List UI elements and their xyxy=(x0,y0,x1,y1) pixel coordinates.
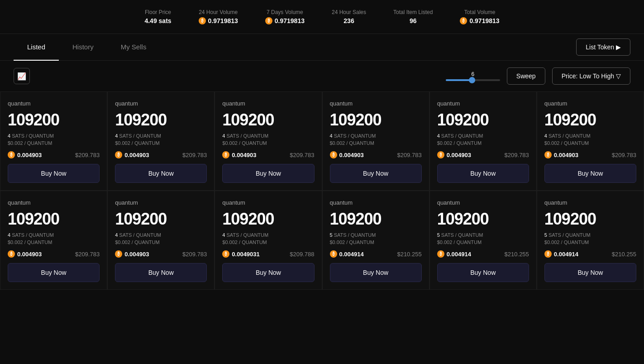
card-name: quantum xyxy=(222,199,314,206)
sweep-slider-fill xyxy=(446,79,470,81)
card-price-row: ₿ 0.004903 $209.783 xyxy=(222,151,314,158)
card-btc-price: ₿ 0.004903 xyxy=(8,151,42,158)
stat-24h-sales-value: 236 xyxy=(343,17,354,24)
card-sats: 4 SATS / QUANTUM xyxy=(544,133,636,139)
card-sats: 4 SATS / QUANTUM xyxy=(115,232,207,238)
token-card: quantum 109200 4 SATS / QUANTUM $0.002 /… xyxy=(215,91,322,191)
stat-floor-price-label: Floor Price xyxy=(145,9,171,15)
card-usd-price: $210.255 xyxy=(397,251,421,258)
card-name: quantum xyxy=(330,199,422,206)
btc-icon-card: ₿ xyxy=(544,250,552,258)
card-usd-price: $209.783 xyxy=(182,251,207,258)
card-name: quantum xyxy=(330,100,422,107)
card-btc-price: ₿ 0.004903 xyxy=(115,151,149,158)
card-usd: $0.002 / QUANTUM xyxy=(330,140,422,146)
btc-icon-card: ₿ xyxy=(115,250,122,258)
card-usd-price: $209.783 xyxy=(182,152,207,158)
toolbar-right: 6 Sweep Price: Low To High ▽ xyxy=(446,67,630,85)
sort-button[interactable]: Price: Low To High ▽ xyxy=(552,67,630,85)
card-usd: $0.002 / QUANTUM xyxy=(437,239,529,245)
card-btc-price: ₿ 0.004903 xyxy=(8,250,42,258)
buy-now-button[interactable]: Buy Now xyxy=(8,164,100,183)
btc-icon-card: ₿ xyxy=(544,151,552,158)
card-name: quantum xyxy=(8,199,100,206)
card-name: quantum xyxy=(115,199,207,206)
card-btc-price: ₿ 0.0049031 xyxy=(222,250,259,258)
stat-7d-volume-label: 7 Days Volume xyxy=(267,9,303,15)
btc-icon-card: ₿ xyxy=(115,151,122,158)
card-btc-price: ₿ 0.004914 xyxy=(544,250,578,258)
stat-total-volume-label: Total Volume xyxy=(464,9,496,15)
card-sats: 5 SATS / QUANTUM xyxy=(437,232,529,238)
card-amount: 109200 xyxy=(115,210,207,229)
buy-now-button[interactable]: Buy Now xyxy=(437,263,529,282)
card-usd-price: $210.255 xyxy=(505,251,529,258)
sweep-slider-container: 6 xyxy=(446,71,500,81)
card-usd: $0.002 / QUANTUM xyxy=(330,239,422,245)
card-amount: 109200 xyxy=(8,110,100,129)
stat-24h-volume-label: 24 Hour Volume xyxy=(199,9,238,15)
token-card: quantum 109200 4 SATS / QUANTUM $0.002 /… xyxy=(322,91,429,191)
stat-total-listed: Total Item Listed 96 xyxy=(393,9,433,24)
nav-tabs: Listed History My Sells List Token ▶ xyxy=(0,34,644,61)
buy-now-button[interactable]: Buy Now xyxy=(544,164,636,183)
toolbar: 📈 6 Sweep Price: Low To High ▽ xyxy=(0,61,644,91)
buy-now-button[interactable]: Buy Now xyxy=(8,263,100,282)
btc-icon-card: ₿ xyxy=(437,250,444,258)
stat-floor-price-value: 4.49 sats xyxy=(144,17,171,24)
card-amount: 109200 xyxy=(544,110,636,129)
token-card: quantum 109200 4 SATS / QUANTUM $0.002 /… xyxy=(0,91,107,191)
btc-icon-3: ₿ xyxy=(460,17,467,24)
card-usd: $0.002 / QUANTUM xyxy=(8,140,100,146)
card-amount: 109200 xyxy=(437,210,529,229)
token-card: quantum 109200 5 SATS / QUANTUM $0.002 /… xyxy=(537,191,644,290)
stat-total-volume: Total Volume ₿ 0.9719813 xyxy=(460,9,499,24)
buy-now-button[interactable]: Buy Now xyxy=(437,164,529,183)
sweep-slider-track[interactable] xyxy=(446,79,500,81)
card-btc-price: ₿ 0.004903 xyxy=(115,250,149,258)
token-card: quantum 109200 4 SATS / QUANTUM $0.002 /… xyxy=(107,191,215,290)
card-btc-price: ₿ 0.004903 xyxy=(222,151,256,158)
stats-bar: Floor Price 4.49 sats 24 Hour Volume ₿ 0… xyxy=(0,0,644,34)
btc-icon-2: ₿ xyxy=(265,17,272,24)
stat-total-listed-value: 96 xyxy=(410,17,417,24)
sweep-slider-thumb[interactable] xyxy=(469,77,475,83)
tab-my-sells[interactable]: My Sells xyxy=(107,34,160,61)
buy-now-button[interactable]: Buy Now xyxy=(544,263,636,282)
tab-history[interactable]: History xyxy=(59,34,107,61)
chart-icon-button[interactable]: 📈 xyxy=(14,68,30,84)
tab-listed[interactable]: Listed xyxy=(14,34,59,61)
stat-total-listed-label: Total Item Listed xyxy=(393,9,433,15)
card-name: quantum xyxy=(437,199,529,206)
list-token-button[interactable]: List Token ▶ xyxy=(576,38,630,56)
token-card: quantum 109200 4 SATS / QUANTUM $0.002 /… xyxy=(429,91,537,191)
card-usd-price: $209.788 xyxy=(290,251,314,258)
btc-icon-card: ₿ xyxy=(330,250,337,258)
sweep-button[interactable]: Sweep xyxy=(507,67,545,85)
buy-now-button[interactable]: Buy Now xyxy=(222,164,314,183)
card-price-row: ₿ 0.004914 $210.255 xyxy=(437,250,529,258)
card-name: quantum xyxy=(544,199,636,206)
card-usd: $0.002 / QUANTUM xyxy=(222,239,314,245)
card-btc-price: ₿ 0.004903 xyxy=(544,151,578,158)
buy-now-button[interactable]: Buy Now xyxy=(115,263,207,282)
buy-now-button[interactable]: Buy Now xyxy=(330,164,422,183)
token-card: quantum 109200 4 SATS / QUANTUM $0.002 /… xyxy=(0,191,107,290)
card-btc-price: ₿ 0.004914 xyxy=(437,250,471,258)
token-card: quantum 109200 4 SATS / QUANTUM $0.002 /… xyxy=(107,91,215,191)
cards-grid: quantum 109200 4 SATS / QUANTUM $0.002 /… xyxy=(0,91,644,290)
buy-now-button[interactable]: Buy Now xyxy=(330,263,422,282)
card-name: quantum xyxy=(115,100,207,107)
card-usd: $0.002 / QUANTUM xyxy=(115,140,207,146)
token-card: quantum 109200 4 SATS / QUANTUM $0.002 /… xyxy=(537,91,644,191)
token-card: quantum 109200 4 SATS / QUANTUM $0.002 /… xyxy=(215,191,322,290)
buy-now-button[interactable]: Buy Now xyxy=(222,263,314,282)
card-name: quantum xyxy=(437,100,529,107)
btc-icon-card: ₿ xyxy=(330,151,337,158)
card-price-row: ₿ 0.004914 $210.255 xyxy=(544,250,636,258)
card-sats: 4 SATS / QUANTUM xyxy=(222,232,314,238)
buy-now-button[interactable]: Buy Now xyxy=(115,164,207,183)
card-price-row: ₿ 0.004903 $209.783 xyxy=(544,151,636,158)
card-sats: 5 SATS / QUANTUM xyxy=(544,232,636,238)
card-btc-price: ₿ 0.004903 xyxy=(437,151,471,158)
